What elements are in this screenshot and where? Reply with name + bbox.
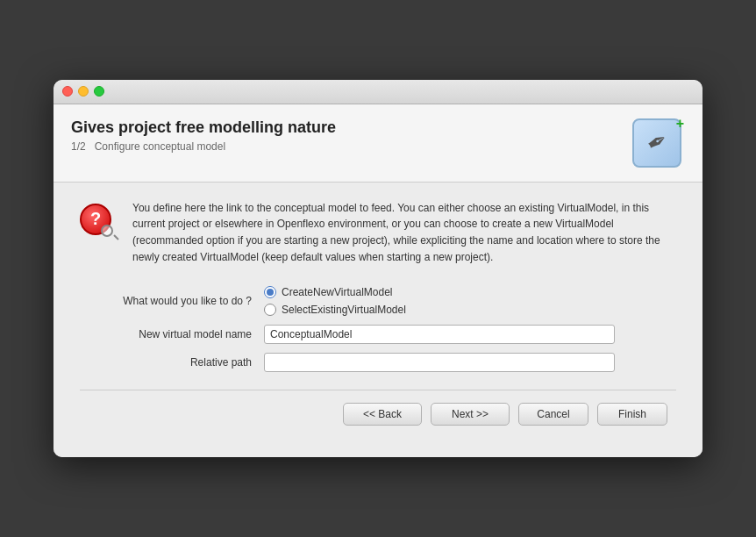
option-select-label: SelectExistingVirtualModel xyxy=(282,304,406,316)
traffic-lights xyxy=(62,86,104,97)
radio-create-outer xyxy=(264,286,276,298)
option-select[interactable]: SelectExistingVirtualModel xyxy=(264,304,406,316)
cancel-button[interactable]: Cancel xyxy=(518,403,588,426)
relative-path-label: Relative path xyxy=(89,356,264,369)
form-section: What would you like to do ? CreateNewVir… xyxy=(80,286,676,372)
option-create[interactable]: CreateNewVirtualModel xyxy=(264,286,406,298)
header-icon-container: ✒ + xyxy=(632,118,685,171)
relative-path-input[interactable] xyxy=(264,353,615,372)
plus-icon: + xyxy=(676,116,684,132)
header-subtitle: 1/2 Configure conceptual model xyxy=(71,140,336,153)
content-area: ? You define here the link to the concep… xyxy=(53,183,703,457)
close-button[interactable] xyxy=(62,86,73,97)
relative-path-row: Relative path xyxy=(89,353,676,372)
radio-group: CreateNewVirtualModel SelectExistingVirt… xyxy=(264,286,406,316)
magnifier-glass xyxy=(101,225,113,237)
pen-icon: ✒ xyxy=(641,125,673,161)
question-icon-container: ? xyxy=(80,204,118,242)
step-description: Configure conceptual model xyxy=(95,140,225,153)
virtual-model-name-label: New virtual model name xyxy=(89,328,264,340)
action-label: What would you like to do ? xyxy=(89,295,264,307)
header-text: Gives project free modelling nature 1/2 … xyxy=(71,118,336,153)
footer-divider xyxy=(80,390,676,390)
step-indicator: 1/2 xyxy=(71,140,86,153)
virtual-model-name-row: New virtual model name xyxy=(89,325,676,344)
header: Gives project free modelling nature 1/2 … xyxy=(53,104,703,183)
footer-buttons: << Back Next >> Cancel Finish xyxy=(80,403,676,440)
finish-button[interactable]: Finish xyxy=(597,403,667,426)
maximize-button[interactable] xyxy=(94,86,104,97)
question-mark: ? xyxy=(90,209,101,229)
header-title: Gives project free modelling nature xyxy=(71,118,336,137)
info-description: You define here the link to the conceptu… xyxy=(132,200,676,265)
radio-create-inner xyxy=(267,289,274,296)
info-block: ? You define here the link to the concep… xyxy=(80,200,676,265)
titlebar xyxy=(53,80,703,104)
header-icon: ✒ + xyxy=(632,118,681,168)
radio-select-outer xyxy=(264,304,276,316)
back-button[interactable]: << Back xyxy=(343,403,422,426)
minimize-button[interactable] xyxy=(78,86,89,97)
next-button[interactable]: Next >> xyxy=(431,403,510,426)
action-row: What would you like to do ? CreateNewVir… xyxy=(89,286,676,316)
virtual-model-name-input[interactable] xyxy=(264,325,615,344)
magnifier-icon xyxy=(101,225,118,242)
magnifier-handle xyxy=(113,234,118,240)
main-window: Gives project free modelling nature 1/2 … xyxy=(53,80,703,457)
option-create-label: CreateNewVirtualModel xyxy=(282,286,393,298)
